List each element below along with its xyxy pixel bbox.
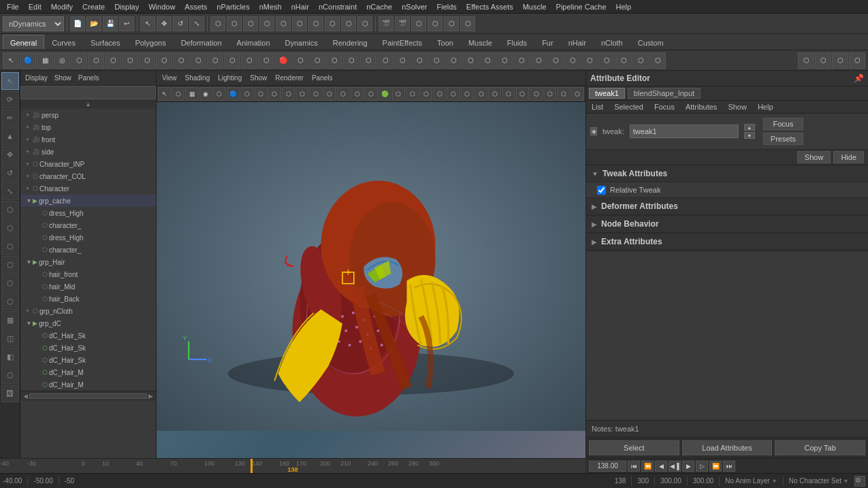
tree-item-dresshigh2[interactable]: ⬡ dress_High bbox=[20, 231, 156, 244]
icon-tool-34[interactable]: ⬡ bbox=[564, 52, 581, 69]
tool-d[interactable]: ⬡ bbox=[1, 256, 19, 274]
new-scene-btn[interactable]: 📄 bbox=[70, 16, 85, 31]
menu-assets[interactable]: Assets bbox=[180, 0, 211, 14]
vp-icon-26[interactable]: ⬡ bbox=[502, 87, 515, 101]
menu-edit[interactable]: Edit bbox=[25, 0, 46, 14]
tool-k[interactable]: 🖼 bbox=[1, 385, 19, 402]
render-btn[interactable]: 🎬 bbox=[379, 16, 393, 31]
play-fwd-btn[interactable]: ▶ bbox=[682, 461, 694, 472]
timeline-ruler[interactable]: -40 -30 0 10 40 70 100 130 140 160 170 2… bbox=[0, 459, 585, 473]
vp-icon-17[interactable]: 🟢 bbox=[379, 87, 391, 101]
select-bottom-btn[interactable]: Select bbox=[589, 440, 679, 455]
tool11-btn[interactable]: ⬡ bbox=[411, 16, 426, 31]
tree-item-dc5[interactable]: ⬡ dC_Hair_M bbox=[20, 378, 156, 391]
tab-animation[interactable]: Animation bbox=[229, 35, 278, 50]
vp-show-btn[interactable]: Show bbox=[247, 74, 270, 82]
attr-menu-focus[interactable]: Focus bbox=[652, 102, 677, 112]
tree-item-dc4[interactable]: ⬡ dC_Hair_M bbox=[20, 366, 156, 378]
tool10-btn[interactable]: ⬡ bbox=[357, 16, 372, 31]
prev-key-btn[interactable]: ⏪ bbox=[641, 461, 654, 472]
icon-tool-36[interactable]: ⬡ bbox=[598, 52, 615, 69]
sculpt-tool[interactable]: ▲ bbox=[1, 127, 19, 145]
tool8-btn[interactable]: ⬡ bbox=[325, 16, 340, 31]
relative-tweak-checkbox[interactable] bbox=[597, 186, 606, 195]
vp-icon-29[interactable]: ⬡ bbox=[543, 87, 556, 101]
tab-fluids[interactable]: Fluids bbox=[500, 35, 534, 50]
tool2-btn[interactable]: ⬡ bbox=[227, 16, 242, 31]
vp-icon-4[interactable]: ◉ bbox=[199, 87, 212, 101]
tool-a[interactable]: ⬡ bbox=[1, 201, 19, 218]
tool9-btn[interactable]: ⬡ bbox=[341, 16, 356, 31]
menu-display[interactable]: Display bbox=[110, 0, 143, 14]
vp-icon-22[interactable]: ⬡ bbox=[447, 87, 460, 101]
vp-renderer-btn[interactable]: Renderer bbox=[272, 74, 306, 82]
tool7-btn[interactable]: ⬡ bbox=[308, 16, 323, 31]
icon-tool-28[interactable]: ⬡ bbox=[462, 52, 479, 69]
menu-muscle[interactable]: Muscle bbox=[519, 0, 551, 14]
tree-item-dc2[interactable]: ⬡ dC_Hair_Sk bbox=[20, 342, 156, 354]
menu-help[interactable]: Help bbox=[612, 0, 636, 14]
tab-polygons[interactable]: Polygons bbox=[127, 35, 173, 50]
tab-nhair[interactable]: nHair bbox=[561, 35, 594, 50]
render2-btn[interactable]: 🎬 bbox=[395, 16, 410, 31]
vp-icon-5[interactable]: ⬡ bbox=[213, 87, 226, 101]
tool5-btn[interactable]: ⬡ bbox=[276, 16, 291, 31]
next-key-btn[interactable]: ⏩ bbox=[709, 461, 722, 472]
vp-lighting-btn[interactable]: Lighting bbox=[215, 74, 244, 82]
attr-editor-pin[interactable]: 📌 bbox=[854, 74, 864, 83]
icon-tool-38[interactable]: ⬡ bbox=[632, 52, 649, 69]
tab-dynamics[interactable]: Dynamics bbox=[278, 35, 325, 50]
vp-icon-20[interactable]: ⬡ bbox=[419, 87, 432, 101]
icon-tool-22[interactable]: ⬡ bbox=[360, 52, 376, 69]
tab-painteffects[interactable]: PaintEffects bbox=[375, 35, 430, 50]
menu-nmesh[interactable]: nMesh bbox=[255, 0, 286, 14]
save-scene-btn[interactable]: 💾 bbox=[103, 16, 118, 31]
attr-tab-tweak1[interactable]: tweak1 bbox=[589, 88, 625, 99]
tree-item-char1[interactable]: ⬡ character_ bbox=[20, 219, 156, 231]
vp-icon-30[interactable]: ⬡ bbox=[557, 87, 570, 101]
mode-dropdown[interactable]: nDynamics bbox=[3, 16, 64, 31]
tree-item-char2[interactable]: ⬡ character_ bbox=[20, 244, 156, 256]
tab-ncloth[interactable]: nCloth bbox=[594, 35, 630, 50]
icon-tool-24[interactable]: ⬡ bbox=[394, 52, 411, 69]
tree-item-charcol[interactable]: + ⬡ character_COL bbox=[20, 170, 156, 182]
viewport-canvas[interactable]: Viewport 2.0 bbox=[157, 102, 585, 458]
scale-btn[interactable]: ⤡ bbox=[189, 16, 204, 31]
tree-item-dresshigh1[interactable]: ⬡ dress_High bbox=[20, 207, 156, 219]
play-back-btn[interactable]: ◀▐ bbox=[669, 461, 681, 472]
presets-btn[interactable]: Presets bbox=[763, 133, 803, 145]
icon-tool-18[interactable]: ⬡ bbox=[292, 52, 308, 69]
tab-toon[interactable]: Toon bbox=[430, 35, 461, 50]
vp-icon-7[interactable]: ⬡ bbox=[240, 87, 253, 101]
vp-icon-12[interactable]: ⬡ bbox=[309, 87, 322, 101]
tool14-btn[interactable]: ⬡ bbox=[460, 16, 475, 31]
tree-item-hairmid[interactable]: ⬡ hair_Mid bbox=[20, 280, 156, 293]
go-end-btn[interactable]: ⏭ bbox=[723, 461, 735, 472]
icon-tool-35[interactable]: ⬡ bbox=[581, 52, 598, 69]
outliner-search[interactable] bbox=[20, 86, 156, 99]
tweak-prev-btn[interactable]: ▲ bbox=[744, 124, 755, 131]
tweak-copy-icon[interactable]: ◈ bbox=[590, 127, 597, 135]
tree-item-grpncloth[interactable]: + ⬡ grp_nCloth bbox=[20, 305, 156, 317]
icon-tool-30[interactable]: ⬡ bbox=[496, 52, 513, 69]
tool-e[interactable]: ⬡ bbox=[1, 274, 19, 292]
vp-icon-21[interactable]: ⬡ bbox=[433, 87, 446, 101]
tree-item-charinp[interactable]: + ⬡ Character_INP bbox=[20, 158, 156, 170]
icon-settings-2[interactable]: ⬡ bbox=[815, 52, 831, 69]
icon-tool-20[interactable]: ⬡ bbox=[326, 52, 342, 69]
icon-tool-37[interactable]: ⬡ bbox=[615, 52, 632, 69]
tool-j[interactable]: ⬡ bbox=[1, 366, 19, 384]
tree-item-front[interactable]: + 🎥 front bbox=[20, 133, 156, 146]
tool13-btn[interactable]: ⬡ bbox=[444, 16, 459, 31]
vp-icon-14[interactable]: ⬡ bbox=[337, 87, 350, 101]
icon-tool-6[interactable]: ⬡ bbox=[88, 52, 104, 69]
tab-muscle[interactable]: Muscle bbox=[461, 35, 500, 50]
tweak-next-btn[interactable]: ▼ bbox=[744, 132, 755, 139]
icon-tool-19[interactable]: ⬡ bbox=[309, 52, 325, 69]
attr-menu-help[interactable]: Help bbox=[755, 102, 776, 112]
rotate-btn[interactable]: ↺ bbox=[173, 16, 188, 31]
icon-tool-21[interactable]: ⬡ bbox=[343, 52, 359, 69]
rotate-tool[interactable]: ↺ bbox=[1, 164, 19, 182]
attr-menu-selected[interactable]: Selected bbox=[611, 102, 646, 112]
menu-window[interactable]: Window bbox=[144, 0, 179, 14]
